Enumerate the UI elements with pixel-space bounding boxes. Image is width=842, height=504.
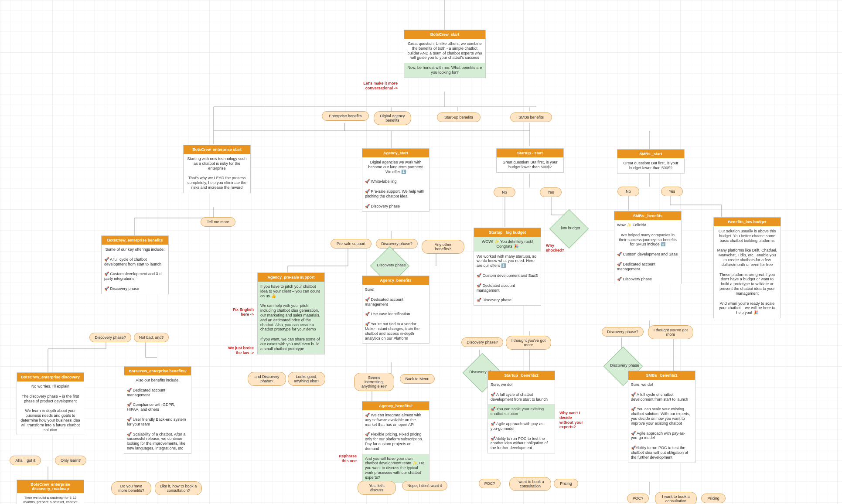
card-text: 🚀 White-labelling xyxy=(362,177,429,187)
card-text: 🚀 You can scale your existing chatbot so… xyxy=(488,404,555,419)
pill-seems-interesting[interactable]: Seems interesting, anything else? xyxy=(354,373,394,391)
diamond-low-budget: low budget xyxy=(549,209,589,249)
pill-discovery-phase[interactable]: Discovery phase? xyxy=(376,239,418,249)
card-text: 🚀 A full cycle of chatbot development fr… xyxy=(628,390,695,405)
card-text: Digital agencies we work with become our… xyxy=(362,157,429,177)
pill-aha-got-it[interactable]: Aha, I got it xyxy=(10,456,41,465)
pill-only-learn[interactable]: Only learn? xyxy=(55,456,86,465)
card-text: 🚀 A full cycle of chatbot development fr… xyxy=(102,255,168,269)
card-header: SMBs _benefits xyxy=(614,211,681,220)
card-agency-benefits: Agency_benefits Sure! 🚀 Dedicated accoun… xyxy=(362,276,430,344)
card-text: 🚀 Dedicated account management xyxy=(124,385,191,400)
pill-poc[interactable]: POC? xyxy=(479,479,501,488)
card-text: 🚀 Discovery phase xyxy=(614,274,681,284)
card-enterprise-roadmap: BotsCrew_enterprise discovery_roadmap Th… xyxy=(17,480,84,504)
card-header: Startup - start xyxy=(497,149,563,157)
annotation: We just broke the law -> xyxy=(228,346,254,355)
pill-discovery-phase[interactable]: Discovery phase? xyxy=(602,327,644,337)
pill-not-bad[interactable]: Not bad, and? xyxy=(134,333,169,342)
card-text: We helped many companies in their succes… xyxy=(614,230,681,249)
card-text: 🚀 Custom development and SaaS xyxy=(474,271,541,281)
pill-got-more[interactable]: I thought you've got more xyxy=(506,336,551,350)
pill-yes[interactable]: Yes xyxy=(661,187,683,196)
card-text: 🚀 Compliance with GDPR, HIPAA, and other… xyxy=(124,400,191,415)
pill-poc[interactable]: POC? xyxy=(627,494,649,503)
card-text: 🚀 Scalability of a chatbot. After a succ… xyxy=(124,429,191,453)
pill-book-consultation[interactable]: Like it, how to book a consultation? xyxy=(155,481,202,495)
card-smb-start: SMBs _start Great question! But first, i… xyxy=(617,149,685,174)
card-text: 🚀 Discovery phase xyxy=(102,284,168,294)
pill-no[interactable]: No xyxy=(494,187,515,197)
card-text: Sure, we do! xyxy=(488,380,555,390)
pill-agency-benefits[interactable]: Digital Agency benefits xyxy=(374,111,411,125)
pill-looks-good[interactable]: Looks good, anything else? xyxy=(288,372,325,386)
card-agency-presale: Agency_pre-sale support If you have to p… xyxy=(257,272,325,354)
card-text: WOW! ✨ You definitely rock! Congrats 🎉 xyxy=(474,237,541,252)
card-text: 🚀 Dedicated account management xyxy=(474,281,541,296)
pill-and-discovery[interactable]: and Discovery phase? xyxy=(248,372,286,386)
card-text: 🚀 Custom development and Saas xyxy=(614,249,681,259)
annotation: Let's make it more conversational -> xyxy=(354,81,398,91)
card-header: BotsCrew_enterprise discovery xyxy=(17,373,84,381)
card-text: We learn in-depth about your business ne… xyxy=(17,406,84,435)
card-text: 🚀 User friendly Back-end system for your… xyxy=(124,415,191,429)
card-header: Agency_start xyxy=(362,149,429,157)
card-header: BotsCrew_enterprise start xyxy=(184,145,250,154)
card-text: 🚀 Agile approach with pay-as-you-go mode… xyxy=(628,429,695,443)
card-text: 🚀 Pre-sale support. We help with pitchin… xyxy=(362,187,429,201)
card-text: If you have to pitch your chatbot idea t… xyxy=(258,282,324,301)
pill-yes-discuss[interactable]: Yes, let's discuss xyxy=(358,481,396,495)
pill-no[interactable]: No xyxy=(617,187,639,196)
pill-enterprise-benefits[interactable]: Enterprise benefits xyxy=(322,111,369,121)
pill-book-consultation[interactable]: I want to book a consultation xyxy=(655,492,697,504)
pill-back-menu[interactable]: Back to Menu xyxy=(400,374,435,384)
pill-yes[interactable]: Yes xyxy=(540,187,562,197)
pill-discovery-phase[interactable]: Discovery phase? xyxy=(89,333,131,342)
card-startup-big-budget: Startup _big budget WOW! ✨ You definitel… xyxy=(474,228,541,306)
card-header: Startup _benefits2 xyxy=(488,371,555,380)
annotation: Why shocked? xyxy=(546,243,569,253)
pill-nope[interactable]: Nope, I don't want it xyxy=(402,481,447,490)
card-text: Many platforms like Drift, Chatfuel, Man… xyxy=(714,245,781,269)
card-text: 🚀 Use case identification xyxy=(362,309,429,319)
card-text: Wow ✨ Felicità! xyxy=(614,220,681,230)
card-text: Great question! Unlike others, we combin… xyxy=(404,39,485,63)
card-header: Startup _big budget xyxy=(474,228,541,237)
card-text: 🚀 Dedicated account management xyxy=(362,295,429,310)
card-text: And you will have your own chatbot devel… xyxy=(362,454,429,483)
card-text: No worries, I'll explain xyxy=(17,381,84,392)
pill-presale-support[interactable]: Pre-sale support xyxy=(331,239,372,249)
card-text: 🚀 Flexible pricing. Fixed pricing only f… xyxy=(362,429,429,453)
card-text: Sure, we do! xyxy=(628,380,695,390)
pill-any-other[interactable]: Any other benefits? xyxy=(422,240,464,254)
pill-pricing[interactable]: Pricing xyxy=(554,479,578,488)
card-text: 🚀 You're not tied to a vendor. Make inst… xyxy=(362,319,429,343)
card-text: We worked with many startups, so we do k… xyxy=(474,252,541,271)
card-startup-start: Startup - start Great question! But firs… xyxy=(496,148,564,173)
pill-got-more[interactable]: I thought you've got more xyxy=(648,325,693,339)
card-header: Agency_benefits2 xyxy=(362,402,429,410)
card-agency-benefits2: Agency_benefits2 🚀 We can integrate almo… xyxy=(362,401,430,483)
card-text: 🚀 Discovery phase xyxy=(362,201,429,211)
pill-tell-me-more[interactable]: Tell me more xyxy=(201,217,235,227)
card-enterprise-benefits2: BotsCrew_enterprise benefits2 Also our b… xyxy=(124,366,191,454)
card-text: Starting with new technology such as a c… xyxy=(184,154,250,173)
card-header: BotsCrew_enterprise benefits2 xyxy=(124,367,191,375)
card-text: 🚀 A full cycle of chatbot development fr… xyxy=(488,390,555,405)
pill-smb-benefits[interactable]: SMBs benefits xyxy=(510,112,552,122)
pill-more-benefits[interactable]: Do you have more benefits? xyxy=(111,481,151,495)
card-text: That's why we LEAD the process completel… xyxy=(184,173,250,192)
card-botscrew-start: BotsCrew_start Great question! Unlike ot… xyxy=(404,30,486,78)
card-text: Then we build a roadmap for 3-12 months,… xyxy=(17,493,84,504)
card-enterprise-benefits: BotsCrew_enterprise benefits Some of our… xyxy=(101,235,169,294)
card-header: SMBs _start xyxy=(617,150,684,158)
card-text: 🚀 Dedicated account management xyxy=(614,259,681,274)
pill-book-consultation[interactable]: I want to book a consultation xyxy=(509,477,551,491)
card-text: Sure! xyxy=(362,285,429,295)
pill-pricing[interactable]: Pricing xyxy=(701,494,726,503)
pill-startup-benefits[interactable]: Start-up benefits xyxy=(437,112,481,122)
card-text: Also our benefits include: xyxy=(124,375,191,385)
card-text: 🚀Ability to run POC to test the chatbot … xyxy=(628,443,695,462)
card-enterprise-discovery: BotsCrew_enterprise discovery No worries… xyxy=(17,372,84,435)
pill-discovery-phase[interactable]: Discovery phase? xyxy=(461,337,503,347)
